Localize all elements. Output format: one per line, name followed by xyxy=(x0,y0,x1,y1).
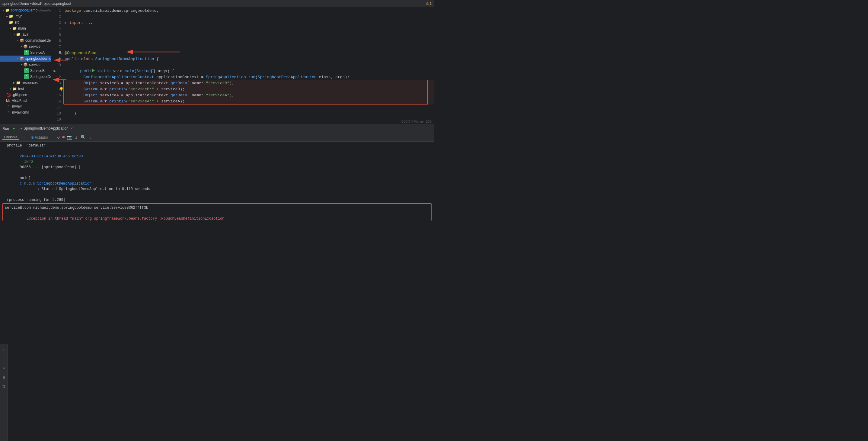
chevron-icon: ▾ xyxy=(17,39,19,42)
code xyxy=(65,74,83,80)
console-toolbar: Console - ⊙Actuator ↺ ■ 📷 ⤓ 🔍 ⋮ xyxy=(0,133,434,142)
thread-padding xyxy=(20,171,45,175)
code: } xyxy=(65,111,76,117)
console-line-exception: Exception in thread "main" org.springfra… xyxy=(5,210,429,220)
keyword: void xyxy=(113,68,125,74)
dot: . xyxy=(97,86,100,92)
sidebar-item-service[interactable]: ▾ 📦 service xyxy=(0,43,51,50)
dot: . xyxy=(246,74,248,80)
bracket: [] args) { xyxy=(151,68,174,74)
sidebar-item-resources[interactable]: ▶ 📁 resources xyxy=(0,80,51,86)
sidebar-item-serviceb[interactable]: C ServiceB xyxy=(0,68,51,74)
package-icon: 📦 xyxy=(23,62,28,67)
code-line-2 xyxy=(65,14,434,20)
stop-icon[interactable]: ■ xyxy=(62,135,65,140)
restart-icon[interactable]: ↺ xyxy=(57,135,60,140)
concat: + serviceB); xyxy=(154,86,185,92)
paren2: ); xyxy=(229,80,234,86)
actuator-icon: ⊙ xyxy=(31,135,34,140)
paren: ( xyxy=(134,68,137,74)
sidebar-label: springbootdemo xyxy=(25,57,51,61)
tab-close-icon[interactable]: ✕ xyxy=(70,126,73,130)
console-output[interactable]: profile: "default" 2024-03-26T14:41:38.4… xyxy=(0,142,434,220)
code-content: 1 2 3 4 5 6 7 8 9 10 11 12 13 14 15 16 1 xyxy=(51,7,434,124)
named-arg: name: xyxy=(192,80,206,86)
sidebar-item-gitignore[interactable]: 🚫 .gitignore xyxy=(0,92,51,98)
scroll-icon[interactable]: ⤓ xyxy=(74,135,78,140)
sidebar-item-mvnwcmd[interactable]: ≡ mvnw.cmd xyxy=(0,109,51,115)
sidebar-item-springbootdemoapp[interactable]: C SpringbootDemoApplica xyxy=(0,74,51,80)
sidebar-item-java[interactable]: ▾ 📁 java xyxy=(0,31,51,37)
code-line-16: System.out.println("serviceA:" + service… xyxy=(65,98,434,105)
sidebar-label: java xyxy=(22,32,28,36)
sidebar-item-springbootdemo[interactable]: ▾ 📁 springbootDemo ~/IdeaProjects/spring… xyxy=(0,7,51,13)
folder-icon: 📁 xyxy=(12,26,17,31)
console-tab-actuator[interactable]: ⊙Actuator xyxy=(29,135,50,140)
code-line-18: } xyxy=(65,111,434,117)
code xyxy=(65,86,83,92)
console-tab-console[interactable]: Console xyxy=(2,135,19,140)
code-line-20: } xyxy=(65,123,434,124)
search-icon[interactable]: 🔍 xyxy=(81,135,86,140)
chevron-icon: ▾ xyxy=(2,8,4,12)
package-icon: 📦 xyxy=(19,56,24,61)
more-icon[interactable]: ⋮ xyxy=(88,135,92,140)
sidebar-item-mvnw[interactable]: ≡ mvnw xyxy=(0,103,51,109)
out-method: out xyxy=(100,86,107,92)
toolbar-divider: - xyxy=(23,135,25,140)
annotation: @ComponentScan xyxy=(65,50,97,56)
exception-link[interactable]: NoSuchBeanDefinitionException xyxy=(161,216,224,220)
package-icon: 📦 xyxy=(19,38,24,43)
keyword-public: public xyxy=(65,56,81,62)
sidebar-item-src[interactable]: ▾ 📁 src xyxy=(0,19,51,25)
log-message: : Started SpringbootDemoApplication in 0… xyxy=(20,187,150,191)
sidebar-item-com-michael-demo[interactable]: ▾ 📦 com.michael.demo xyxy=(0,37,51,43)
string: "serviceB" xyxy=(206,80,229,86)
var: serviceA = applicationContext. xyxy=(100,92,170,98)
class-name: SpringbootDemoApplication xyxy=(95,56,156,62)
package-name: com.michael.demo.springbootdemo; xyxy=(83,8,159,14)
tab-springbootdemo-application[interactable]: ● SpringbootDemoApplication ✕ xyxy=(17,124,75,133)
sidebar-item-helpmd[interactable]: M↓ HELP.md xyxy=(0,98,51,103)
code-line-10 xyxy=(65,62,434,68)
fold-arrow[interactable]: ▶ xyxy=(65,20,69,26)
tab-label: SpringbootDemoApplication xyxy=(24,126,68,130)
class-ref: c.m.d.s.SpringbootDemoApplication xyxy=(20,181,92,186)
code-line-17 xyxy=(65,105,434,111)
sidebar-item-mvn[interactable]: ▶ 📁 .mvn xyxy=(0,13,51,19)
file-icon: 🚫 xyxy=(6,92,11,97)
camera-icon[interactable]: 📷 xyxy=(67,135,72,140)
chevron-icon: ▾ xyxy=(17,57,19,60)
console-line-serviceb-output: serviceB:com.michael.demo.springbootdemo… xyxy=(5,205,429,210)
sidebar-item-main[interactable]: ▾ 📁 main xyxy=(0,25,51,31)
folder-icon: 📁 xyxy=(8,14,13,19)
sidebar-label: .gitignore xyxy=(12,93,27,97)
named-arg: name: xyxy=(192,92,206,98)
folder-icon: 📁 xyxy=(16,80,21,85)
sidebar-label: service xyxy=(29,62,40,67)
brace: { xyxy=(156,56,159,62)
sidebar-label: test xyxy=(18,87,24,91)
sidebar-item-springbootdemo-pkg[interactable]: ▾ 📦 springbootdemo xyxy=(0,56,51,62)
code-line-3: ▶ import ... xyxy=(65,20,434,26)
timestamp: 2024-03-26T14:41:38.455+08:00 xyxy=(20,154,83,158)
code-editor[interactable]: 1 2 3 4 5 6 7 8 9 10 11 12 13 14 15 16 1 xyxy=(51,7,434,124)
code-line-5 xyxy=(65,32,434,38)
class-icon: C xyxy=(24,74,29,79)
sidebar-item-service2[interactable]: ▾ 📦 service xyxy=(0,62,51,68)
sidebar-item-test[interactable]: ▶ 📁 test xyxy=(0,86,51,92)
paren: ( xyxy=(126,98,128,105)
error-output-box: serviceB:com.michael.demo.springbootdemo… xyxy=(2,203,432,220)
sidebar-label: ServiceA xyxy=(30,51,45,55)
method: getBean xyxy=(170,92,187,98)
log-level: INFO xyxy=(20,160,35,164)
warning-badge: ⚠ 1 xyxy=(426,1,432,5)
class-icon: C xyxy=(24,68,29,73)
keyword: static xyxy=(97,68,113,74)
type: ConfigurableApplicationContext xyxy=(83,74,156,80)
type: SpringApplication xyxy=(206,74,246,80)
sidebar-item-servicea[interactable]: C ServiceA xyxy=(0,50,51,56)
class-icon: C xyxy=(24,50,29,55)
console-line-profile: profile: "default" xyxy=(2,143,432,148)
args: ( xyxy=(255,74,258,80)
